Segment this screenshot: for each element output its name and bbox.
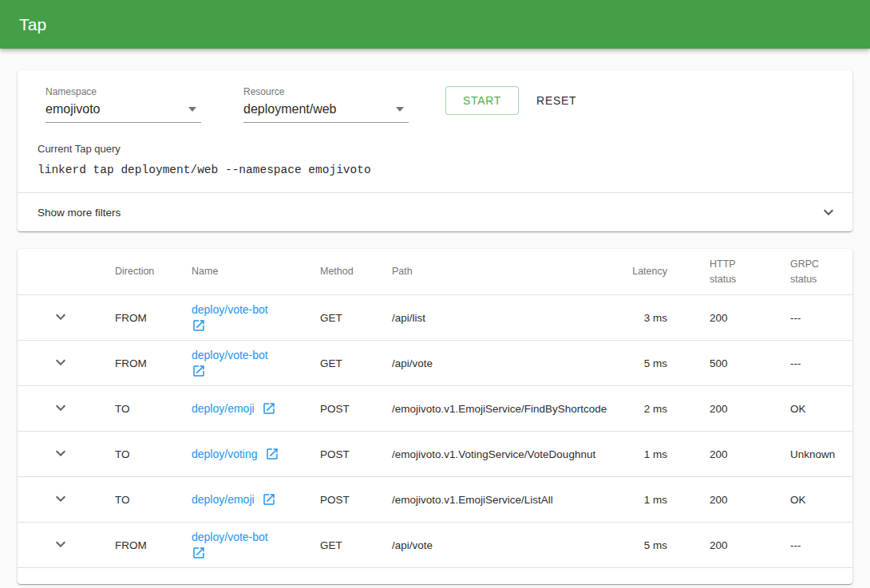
table-row: TOdeploy/emojiPOST/emojivoto.v1.EmojiSer… [18, 386, 852, 432]
method-cell: GET [320, 312, 392, 324]
path-cell: /emojivoto.v1.EmojiService/FindByShortco… [392, 403, 603, 415]
latency-cell: 1 ms [603, 448, 667, 460]
show-more-filters-toggle[interactable]: Show more filters [18, 193, 852, 231]
path-cell: /api/list [392, 312, 603, 324]
grpc-status-cell: Unknown [790, 448, 852, 460]
grpc-status-cell: --- [790, 539, 852, 551]
direction-cell: FROM [115, 539, 192, 551]
resource-link[interactable]: deploy/voting [192, 448, 258, 460]
direction-cell: TO [115, 448, 192, 460]
latency-cell: 5 ms [603, 357, 667, 369]
expand-row-chevron [18, 535, 115, 556]
table-row: FROMdeploy/vote-botGET/api/vote5 ms500--… [18, 341, 852, 386]
resource-link[interactable]: deploy/vote-bot [192, 349, 268, 361]
grpc-status-cell: --- [790, 312, 852, 324]
open-in-new-icon[interactable] [192, 318, 206, 333]
expand-row-chevron [18, 444, 115, 465]
expand-row-chevron [18, 398, 115, 420]
grpc-status-cell: OK [790, 494, 852, 506]
chevron-down-icon[interactable] [51, 307, 70, 326]
expand-row-chevron [18, 489, 115, 511]
table-header-row: Direction Name Method Path Latency HTTP … [18, 249, 852, 295]
resource-select[interactable]: deployment/web [243, 102, 409, 123]
name-cell: deploy/vote-bot [192, 531, 320, 560]
name-cell: deploy/emoji [192, 401, 320, 416]
open-in-new-icon[interactable] [262, 492, 276, 507]
http-status-cell: 200 [667, 539, 790, 551]
path-cell: /emojivoto.v1.EmojiService/ListAll [392, 494, 603, 506]
reset-button[interactable]: RESET [519, 87, 594, 114]
chevron-down-icon[interactable] [51, 444, 70, 463]
method-cell: POST [320, 494, 392, 506]
method-cell: POST [320, 448, 392, 460]
name-cell: deploy/vote-bot [192, 303, 320, 333]
app-bar: Tap [0, 0, 870, 49]
tap-query-command: linkerd tap deployment/web --namespace e… [38, 164, 833, 176]
table-row: FROMdeploy/vote-botGET/api/vote5 ms200--… [18, 523, 852, 568]
path-cell: /api/vote [392, 539, 603, 551]
column-header-name: Name [192, 264, 320, 278]
direction-cell: FROM [115, 357, 192, 369]
dropdown-arrow-icon [188, 107, 196, 112]
latency-cell: 2 ms [603, 403, 667, 415]
expand-row-chevron [18, 353, 115, 374]
name-cell: deploy/emoji [192, 492, 320, 507]
namespace-select-field: Namespace emojivoto [45, 86, 201, 123]
resource-link[interactable]: deploy/vote-bot [192, 303, 268, 316]
tap-results-card: Direction Name Method Path Latency HTTP … [18, 249, 852, 584]
table-row: TOdeploy/votingPOST/emojivoto.v1.VotingS… [18, 432, 852, 477]
resource-link[interactable]: deploy/emoji [192, 493, 255, 506]
name-cell: deploy/voting [192, 447, 320, 461]
table-row: TOdeploy/emojiPOST/emojivoto.v1.EmojiSer… [18, 477, 852, 523]
table-row: FROMdeploy/vote-botGET/api/list3 ms200--… [18, 295, 852, 341]
current-query-section: Current Tap query linkerd tap deployment… [18, 123, 852, 176]
filters-controls-row: Namespace emojivoto Resource deployment/… [18, 70, 852, 123]
column-header-latency: Latency [603, 264, 667, 278]
path-cell: /api/vote [392, 357, 603, 369]
namespace-select[interactable]: emojivoto [45, 102, 201, 123]
resource-link[interactable]: deploy/vote-bot [192, 531, 268, 543]
http-status-cell: 200 [667, 494, 790, 506]
chevron-down-icon[interactable] [51, 353, 70, 372]
chevron-down-icon[interactable] [819, 203, 838, 222]
page-title: Tap [19, 15, 46, 34]
chevron-down-icon[interactable] [51, 398, 70, 417]
resource-link[interactable]: deploy/emoji [192, 402, 255, 415]
column-header-http-status: HTTP status [667, 257, 790, 286]
namespace-value: emojivoto [45, 102, 100, 116]
chevron-down-icon[interactable] [51, 535, 70, 554]
start-button[interactable]: START [445, 86, 519, 115]
show-more-filters-label: Show more filters [38, 207, 121, 219]
http-status-cell: 200 [667, 312, 790, 324]
latency-cell: 1 ms [603, 494, 667, 506]
method-cell: GET [320, 539, 392, 551]
chevron-down-icon[interactable] [51, 489, 70, 508]
column-header-grpc-status: GRPC status [790, 257, 852, 286]
open-in-new-icon[interactable] [192, 546, 206, 560]
open-in-new-icon[interactable] [265, 447, 279, 461]
column-header-method: Method [320, 264, 392, 278]
grpc-status-cell: --- [790, 357, 852, 369]
name-cell: deploy/vote-bot [192, 349, 320, 378]
open-in-new-icon[interactable] [192, 364, 206, 378]
resource-label: Resource [243, 86, 409, 97]
table-body: FROMdeploy/vote-botGET/api/list3 ms200--… [18, 295, 852, 568]
open-in-new-icon[interactable] [262, 401, 276, 416]
dropdown-arrow-icon [396, 107, 404, 112]
http-status-cell: 500 [667, 357, 790, 369]
http-status-cell: 200 [667, 403, 790, 415]
resource-select-field: Resource deployment/web [243, 86, 409, 123]
tap-filters-card: Namespace emojivoto Resource deployment/… [18, 70, 852, 231]
query-label: Current Tap query [38, 143, 833, 155]
column-header-path: Path [392, 264, 603, 278]
expand-row-chevron [18, 307, 115, 329]
method-cell: POST [320, 403, 392, 415]
grpc-status-cell: OK [790, 403, 852, 415]
column-header-direction: Direction [115, 264, 192, 278]
latency-cell: 5 ms [603, 539, 667, 551]
http-status-cell: 200 [667, 448, 790, 460]
direction-cell: FROM [115, 312, 192, 324]
latency-cell: 3 ms [603, 312, 667, 324]
resource-value: deployment/web [243, 102, 337, 116]
direction-cell: TO [115, 403, 192, 415]
